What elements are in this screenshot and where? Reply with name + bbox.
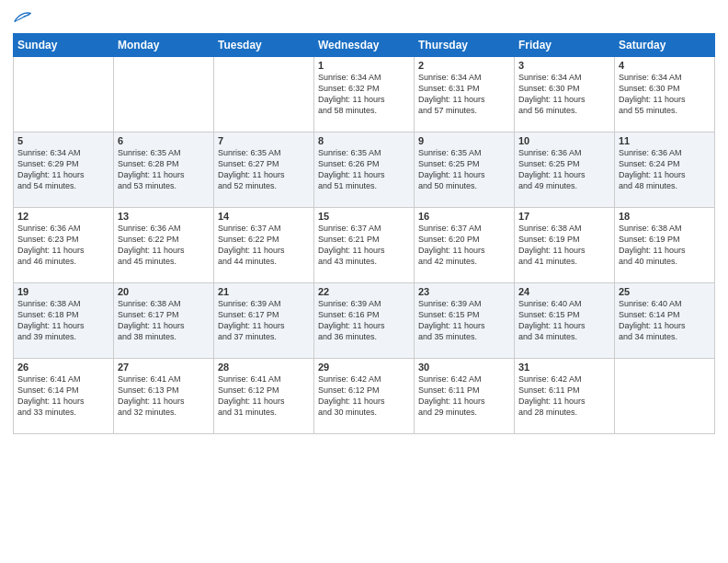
- day-info: Sunrise: 6:34 AM Sunset: 6:31 PM Dayligh…: [418, 73, 485, 115]
- day-cell: 29Sunrise: 6:42 AM Sunset: 6:12 PM Dayli…: [314, 359, 415, 434]
- day-cell: 27Sunrise: 6:41 AM Sunset: 6:13 PM Dayli…: [114, 359, 214, 434]
- weekday-wednesday: Wednesday: [314, 34, 415, 57]
- day-cell: 31Sunrise: 6:42 AM Sunset: 6:11 PM Dayli…: [515, 359, 615, 434]
- weekday-saturday: Saturday: [615, 34, 715, 57]
- day-cell: 16Sunrise: 6:37 AM Sunset: 6:20 PM Dayli…: [415, 208, 515, 283]
- day-info: Sunrise: 6:40 AM Sunset: 6:15 PM Dayligh…: [518, 299, 586, 341]
- day-number: 19: [17, 286, 109, 297]
- day-info: Sunrise: 6:38 AM Sunset: 6:19 PM Dayligh…: [619, 224, 686, 266]
- day-cell: 6Sunrise: 6:35 AM Sunset: 6:28 PM Daylig…: [114, 132, 214, 208]
- day-cell: 23Sunrise: 6:39 AM Sunset: 6:15 PM Dayli…: [415, 283, 515, 359]
- day-cell: 4Sunrise: 6:34 AM Sunset: 6:30 PM Daylig…: [615, 57, 715, 132]
- day-info: Sunrise: 6:39 AM Sunset: 6:16 PM Dayligh…: [318, 299, 385, 341]
- day-cell: 25Sunrise: 6:40 AM Sunset: 6:14 PM Dayli…: [615, 283, 715, 359]
- day-cell: 9Sunrise: 6:35 AM Sunset: 6:25 PM Daylig…: [415, 132, 515, 208]
- day-cell: 12Sunrise: 6:36 AM Sunset: 6:23 PM Dayli…: [14, 208, 114, 283]
- day-number: 24: [518, 286, 610, 297]
- day-cell: 22Sunrise: 6:39 AM Sunset: 6:16 PM Dayli…: [314, 283, 415, 359]
- day-cell: 19Sunrise: 6:38 AM Sunset: 6:18 PM Dayli…: [14, 283, 114, 359]
- day-number: 7: [218, 135, 310, 146]
- day-cell: 1Sunrise: 6:34 AM Sunset: 6:32 PM Daylig…: [314, 57, 415, 132]
- day-number: 12: [17, 211, 109, 222]
- day-info: Sunrise: 6:38 AM Sunset: 6:17 PM Dayligh…: [118, 299, 185, 341]
- day-number: 15: [318, 211, 410, 222]
- weekday-monday: Monday: [114, 34, 214, 57]
- day-number: 21: [218, 286, 310, 297]
- day-info: Sunrise: 6:41 AM Sunset: 6:14 PM Dayligh…: [17, 374, 85, 417]
- weekday-tuesday: Tuesday: [214, 34, 314, 57]
- week-row-2: 12Sunrise: 6:36 AM Sunset: 6:23 PM Dayli…: [14, 208, 715, 283]
- day-cell: 17Sunrise: 6:38 AM Sunset: 6:19 PM Dayli…: [515, 208, 615, 283]
- day-cell: 28Sunrise: 6:41 AM Sunset: 6:12 PM Dayli…: [214, 359, 314, 434]
- week-row-0: 1Sunrise: 6:34 AM Sunset: 6:32 PM Daylig…: [14, 57, 715, 132]
- day-number: 11: [619, 135, 711, 146]
- day-number: 10: [518, 135, 610, 146]
- day-cell: 15Sunrise: 6:37 AM Sunset: 6:21 PM Dayli…: [314, 208, 415, 283]
- day-number: 1: [318, 60, 410, 71]
- day-cell: 18Sunrise: 6:38 AM Sunset: 6:19 PM Dayli…: [615, 208, 715, 283]
- logo-bird-icon: [13, 9, 31, 26]
- day-info: Sunrise: 6:36 AM Sunset: 6:23 PM Dayligh…: [17, 224, 85, 266]
- calendar-table: SundayMondayTuesdayWednesdayThursdayFrid…: [13, 33, 715, 434]
- day-info: Sunrise: 6:39 AM Sunset: 6:17 PM Dayligh…: [218, 299, 285, 341]
- day-number: 31: [518, 362, 610, 373]
- day-info: Sunrise: 6:38 AM Sunset: 6:18 PM Dayligh…: [17, 299, 85, 341]
- day-number: 28: [218, 362, 310, 373]
- weekday-header-row: SundayMondayTuesdayWednesdayThursdayFrid…: [14, 34, 715, 57]
- day-number: 20: [118, 286, 210, 297]
- day-cell: [114, 57, 214, 132]
- day-number: 14: [218, 211, 310, 222]
- logo: [13, 9, 31, 26]
- day-cell: 26Sunrise: 6:41 AM Sunset: 6:14 PM Dayli…: [14, 359, 114, 434]
- day-cell: 10Sunrise: 6:36 AM Sunset: 6:25 PM Dayli…: [515, 132, 615, 208]
- day-number: 26: [17, 362, 109, 373]
- weekday-friday: Friday: [515, 34, 615, 57]
- day-number: 30: [418, 362, 510, 373]
- day-cell: [14, 57, 114, 132]
- day-number: 17: [518, 211, 610, 222]
- day-info: Sunrise: 6:34 AM Sunset: 6:32 PM Dayligh…: [318, 73, 385, 115]
- day-info: Sunrise: 6:37 AM Sunset: 6:22 PM Dayligh…: [218, 224, 285, 266]
- day-number: 3: [518, 60, 610, 71]
- day-cell: 3Sunrise: 6:34 AM Sunset: 6:30 PM Daylig…: [515, 57, 615, 132]
- week-row-3: 19Sunrise: 6:38 AM Sunset: 6:18 PM Dayli…: [14, 283, 715, 359]
- day-info: Sunrise: 6:42 AM Sunset: 6:12 PM Dayligh…: [318, 374, 385, 417]
- day-info: Sunrise: 6:34 AM Sunset: 6:30 PM Dayligh…: [518, 73, 586, 115]
- day-cell: 2Sunrise: 6:34 AM Sunset: 6:31 PM Daylig…: [415, 57, 515, 132]
- day-cell: 14Sunrise: 6:37 AM Sunset: 6:22 PM Dayli…: [214, 208, 314, 283]
- week-row-1: 5Sunrise: 6:34 AM Sunset: 6:29 PM Daylig…: [14, 132, 715, 208]
- weekday-thursday: Thursday: [415, 34, 515, 57]
- day-number: 22: [318, 286, 410, 297]
- day-info: Sunrise: 6:40 AM Sunset: 6:14 PM Dayligh…: [619, 299, 686, 341]
- day-number: 5: [17, 135, 109, 146]
- day-info: Sunrise: 6:34 AM Sunset: 6:30 PM Dayligh…: [619, 73, 686, 115]
- day-number: 23: [418, 286, 510, 297]
- day-info: Sunrise: 6:42 AM Sunset: 6:11 PM Dayligh…: [418, 374, 485, 417]
- day-info: Sunrise: 6:35 AM Sunset: 6:26 PM Dayligh…: [318, 148, 385, 190]
- day-info: Sunrise: 6:42 AM Sunset: 6:11 PM Dayligh…: [518, 374, 586, 417]
- day-info: Sunrise: 6:39 AM Sunset: 6:15 PM Dayligh…: [418, 299, 485, 341]
- week-row-4: 26Sunrise: 6:41 AM Sunset: 6:14 PM Dayli…: [14, 359, 715, 434]
- day-info: Sunrise: 6:37 AM Sunset: 6:20 PM Dayligh…: [418, 224, 485, 266]
- day-info: Sunrise: 6:36 AM Sunset: 6:24 PM Dayligh…: [619, 148, 686, 190]
- day-cell: 24Sunrise: 6:40 AM Sunset: 6:15 PM Dayli…: [515, 283, 615, 359]
- day-cell: 7Sunrise: 6:35 AM Sunset: 6:27 PM Daylig…: [214, 132, 314, 208]
- day-cell: [615, 359, 715, 434]
- day-number: 29: [318, 362, 410, 373]
- day-number: 4: [619, 60, 711, 71]
- day-number: 25: [619, 286, 711, 297]
- day-cell: 5Sunrise: 6:34 AM Sunset: 6:29 PM Daylig…: [14, 132, 114, 208]
- day-number: 13: [118, 211, 210, 222]
- day-info: Sunrise: 6:41 AM Sunset: 6:13 PM Dayligh…: [118, 374, 185, 417]
- day-info: Sunrise: 6:37 AM Sunset: 6:21 PM Dayligh…: [318, 224, 385, 266]
- day-info: Sunrise: 6:35 AM Sunset: 6:25 PM Dayligh…: [418, 148, 485, 190]
- day-cell: 11Sunrise: 6:36 AM Sunset: 6:24 PM Dayli…: [615, 132, 715, 208]
- day-cell: 30Sunrise: 6:42 AM Sunset: 6:11 PM Dayli…: [415, 359, 515, 434]
- day-number: 16: [418, 211, 510, 222]
- day-cell: [214, 57, 314, 132]
- day-info: Sunrise: 6:36 AM Sunset: 6:25 PM Dayligh…: [518, 148, 586, 190]
- day-info: Sunrise: 6:36 AM Sunset: 6:22 PM Dayligh…: [118, 224, 185, 266]
- day-info: Sunrise: 6:34 AM Sunset: 6:29 PM Dayligh…: [17, 148, 85, 190]
- day-cell: 8Sunrise: 6:35 AM Sunset: 6:26 PM Daylig…: [314, 132, 415, 208]
- day-info: Sunrise: 6:35 AM Sunset: 6:27 PM Dayligh…: [218, 148, 285, 190]
